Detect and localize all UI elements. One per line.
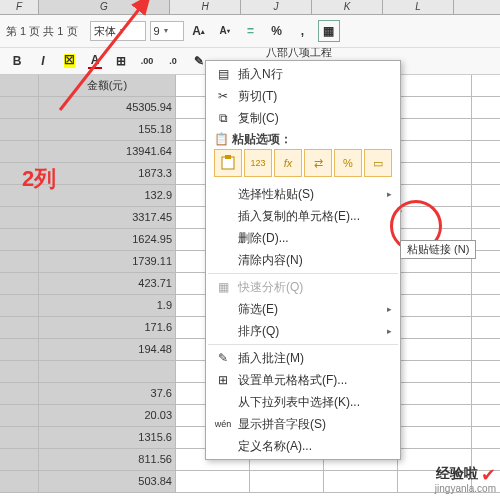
cell[interactable]: 811.56 [39,449,176,470]
cell[interactable]: 1315.6 [39,427,176,448]
menu-sort[interactable]: 排序(Q)▸ [208,320,398,342]
cell[interactable] [0,295,39,316]
cell[interactable]: 3317.45 [39,207,176,228]
equals-button[interactable]: = [240,20,262,42]
annotation-arrow-1 [10,0,170,120]
cell[interactable] [0,471,39,492]
cell[interactable] [0,383,39,404]
menu-insert-comment[interactable]: ✎插入批注(M) [208,347,398,369]
svg-line-0 [60,8,140,110]
col-header-H[interactable]: H [170,0,241,14]
col-header-L[interactable]: L [383,0,454,14]
menu-paste-special[interactable]: 选择性粘贴(S)▸ [208,183,398,205]
cell[interactable] [398,295,472,316]
comment-icon: ✎ [214,352,232,364]
menu-copy[interactable]: ⧉复制(C) [208,107,398,129]
merged-header-fragment: 八部八项工程 [266,47,332,58]
paste-options-row: 123 fx ⇄ % ▭ ⚯ [208,147,398,183]
scissors-icon: ✂ [214,90,232,102]
menu-clear-contents[interactable]: 清除内容(N) [208,249,398,271]
cell[interactable]: 503.84 [39,471,176,492]
paste-link-tooltip: 粘贴链接 (N) [400,240,476,259]
cell[interactable] [0,317,39,338]
paste-icon: 📋 [214,133,232,145]
cell[interactable]: 171.6 [39,317,176,338]
cell[interactable]: 1624.95 [39,229,176,250]
cell[interactable]: 20.03 [39,405,176,426]
cell[interactable] [398,405,472,426]
cell[interactable] [176,471,250,492]
menu-pick-from-list[interactable]: 从下拉列表中选择(K)... [208,391,398,413]
percent-button[interactable]: % [266,20,288,42]
cell[interactable] [0,207,39,228]
menu-delete[interactable]: 删除(D)... [208,227,398,249]
cell[interactable] [0,427,39,448]
format-cells-icon: ⊞ [214,374,232,386]
check-icon: ✔ [481,466,496,484]
cell[interactable] [0,405,39,426]
cell[interactable]: 155.18 [39,119,176,140]
cell[interactable]: 132.9 [39,185,176,206]
cell[interactable] [398,339,472,360]
increase-font-button[interactable]: A▴ [188,20,210,42]
cell[interactable] [0,141,39,162]
insert-rows-icon: ▤ [214,68,232,80]
menu-define-name[interactable]: 定义名称(A)... [208,435,398,457]
quick-analysis-icon: ▦ [214,281,232,293]
format-button[interactable]: ▦ [318,20,340,42]
menu-insert-copied-cells[interactable]: 插入复制的单元格(E)... [208,205,398,227]
cell[interactable] [324,471,398,492]
cell[interactable] [0,251,39,272]
paste-normal-button[interactable] [214,149,242,177]
annotation-2col: 2列 [22,168,56,190]
cell[interactable]: 1873.3 [39,163,176,184]
cell[interactable]: 423.71 [39,273,176,294]
cell[interactable] [0,449,39,470]
cell[interactable] [398,361,472,382]
menu-cut[interactable]: ✂剪切(T) [208,85,398,107]
menu-quick-analysis: ▦快速分析(Q) [208,276,398,298]
cell[interactable]: 37.6 [39,383,176,404]
col-header-J[interactable]: J [241,0,312,14]
paste-no-border-button[interactable]: ▭ [364,149,392,177]
context-menu: ▤插入N行 ✂剪切(T) ⧉复制(C) 📋粘贴选项： 123 fx ⇄ % ▭ … [205,60,401,460]
cell[interactable] [0,273,39,294]
cell[interactable] [0,119,39,140]
cell[interactable] [398,427,472,448]
cell[interactable]: 1.9 [39,295,176,316]
cell[interactable] [0,339,39,360]
cell[interactable] [250,471,324,492]
watermark: 经验啦 ✔ jingyanla.com [435,465,496,494]
decrease-font-button[interactable]: A▾ [214,20,236,42]
paste-options-label: 📋粘贴选项： [208,129,398,147]
phonetic-icon: wén [214,420,232,429]
svg-rect-3 [225,155,231,159]
cell[interactable] [0,229,39,250]
chevron-right-icon: ▸ [387,327,392,336]
comma-button[interactable]: , [292,20,314,42]
cell[interactable] [39,361,176,382]
cell[interactable]: 1739.11 [39,251,176,272]
cell[interactable] [0,361,39,382]
chevron-right-icon: ▸ [387,190,392,199]
menu-filter[interactable]: 筛选(E)▸ [208,298,398,320]
paste-formatting-button[interactable]: % [334,149,362,177]
copy-icon: ⧉ [214,112,232,124]
menu-phonetic[interactable]: wén显示拼音字段(S) [208,413,398,435]
paste-values-button[interactable]: 123 [244,149,272,177]
cell[interactable] [398,273,472,294]
cell[interactable] [398,317,472,338]
cell[interactable]: 194.48 [39,339,176,360]
menu-insert-n-rows[interactable]: ▤插入N行 [208,63,398,85]
menu-format-cells[interactable]: ⊞设置单元格格式(F)... [208,369,398,391]
col-header-K[interactable]: K [312,0,383,14]
paste-formulas-button[interactable]: fx [274,149,302,177]
paste-transpose-button[interactable]: ⇄ [304,149,332,177]
chevron-right-icon: ▸ [387,305,392,314]
cell[interactable]: 13941.64 [39,141,176,162]
cell[interactable] [398,383,472,404]
